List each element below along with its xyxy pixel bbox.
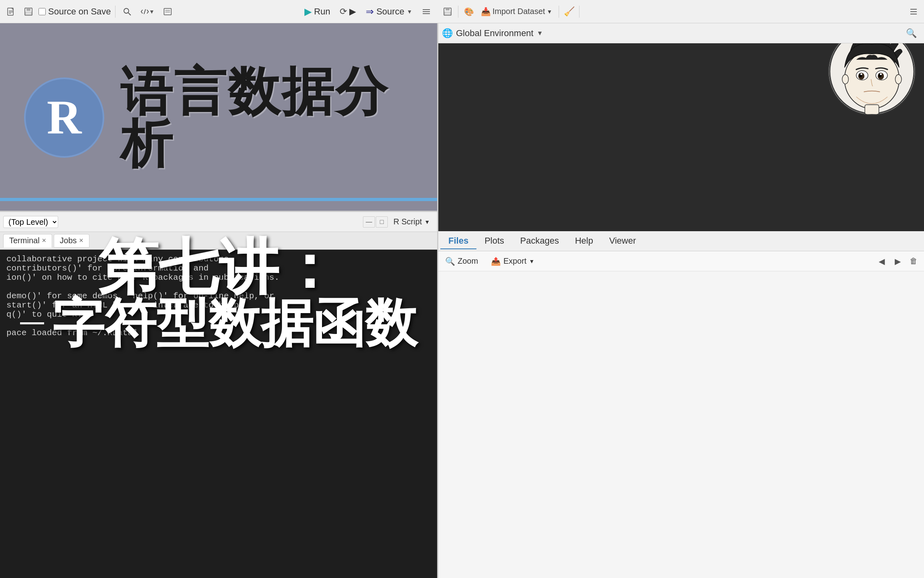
svg-rect-10	[164, 8, 171, 15]
import-dataset-button[interactable]: 📥 Import Dataset ▼	[478, 5, 555, 18]
console-line-8	[6, 319, 431, 328]
packages-tab[interactable]: Packages	[512, 233, 567, 249]
run-button[interactable]: ▶ Run	[301, 5, 333, 18]
right-save-button[interactable]	[440, 4, 455, 19]
console-output: collaborative project with many contribu…	[0, 250, 437, 578]
code-tools-button[interactable]: ▼	[137, 5, 158, 18]
zoom-button[interactable]: 🔍 Zoom	[440, 254, 483, 268]
options-button[interactable]	[419, 5, 434, 18]
env-header: 🌐 Global Environment ▼ 🔍	[437, 23, 924, 43]
minimize-console-button[interactable]: —	[363, 216, 375, 228]
source-on-save-checkbox[interactable]	[38, 8, 46, 15]
terminal-tab[interactable]: Terminal ×	[3, 234, 52, 248]
source-button[interactable]: ⇒ Source ▼	[363, 5, 415, 18]
prev-plot-button[interactable]: ◀	[874, 254, 889, 269]
console-line-2: contributors()' for more information and	[6, 264, 431, 273]
files-tab[interactable]: Files	[440, 233, 476, 249]
list-view-button[interactable]	[906, 4, 921, 19]
source-icon: ⇒	[366, 6, 374, 17]
svg-rect-17	[446, 8, 450, 10]
svg-point-33	[895, 75, 902, 84]
svg-rect-6	[26, 12, 31, 15]
r-script-button[interactable]: R Script ▼	[389, 216, 434, 228]
svg-rect-18	[445, 12, 450, 15]
svg-line-9	[144, 9, 146, 14]
terminal-tabs: Terminal × Jobs ×	[0, 232, 437, 250]
panel-divider	[437, 23, 438, 578]
r-logo: R	[24, 77, 104, 158]
svg-point-30	[860, 73, 862, 75]
export-dropdown-icon: ▼	[529, 258, 535, 265]
import-icon: 📥	[481, 7, 491, 16]
right-panel-toolbar: 🎨 📥 Import Dataset ▼ 🧹	[437, 0, 924, 23]
maximize-console-button[interactable]: □	[376, 216, 388, 228]
viewer-tab[interactable]: Viewer	[601, 233, 644, 249]
pane-divider	[0, 211, 437, 212]
console-line-7: q()' to quit R.	[6, 310, 431, 319]
console-line-4	[6, 282, 431, 291]
console-line-6: start()' for an HTML browser interface t…	[6, 301, 431, 310]
new-file-button[interactable]	[3, 5, 18, 18]
env-search-button[interactable]: 🔍	[903, 27, 919, 39]
rerun-arrow-icon: ▶	[349, 6, 356, 17]
right-sep2	[559, 6, 559, 18]
global-env-icon: 🌐	[442, 28, 453, 39]
export-button[interactable]: 📤 Export ▼	[486, 254, 539, 268]
global-env-label: Global Environment	[456, 28, 533, 39]
slide-title: 语言数据分析	[120, 65, 413, 170]
right-main-area	[437, 271, 924, 578]
files-toolbar: 🔍 Zoom 📤 Export ▼ ◀ ▶ 🗑	[437, 251, 924, 271]
outline-button[interactable]	[160, 5, 175, 18]
search-button[interactable]	[120, 5, 135, 18]
slide-divider	[0, 198, 437, 201]
console-line-9: pace loaded from ~/.RData]	[6, 328, 431, 338]
right-palette-button[interactable]: 🎨	[462, 4, 476, 19]
svg-line-8	[128, 13, 131, 15]
right-toolbar-sep	[458, 6, 458, 18]
save-button[interactable]	[21, 5, 36, 18]
svg-point-7	[124, 8, 129, 13]
plots-tab[interactable]: Plots	[476, 233, 512, 249]
console-toolbar: (Top Level) (Top Level) — □ R Script ▼	[0, 212, 437, 232]
re-run-button[interactable]: ⟳ ▶	[336, 5, 359, 18]
right-sep3	[579, 6, 580, 18]
jobs-tab[interactable]: Jobs ×	[54, 234, 89, 248]
close-jobs-icon[interactable]: ×	[79, 236, 83, 245]
delete-plot-button[interactable]: 🗑	[906, 254, 921, 269]
source-dropdown-icon: ▼	[407, 8, 412, 15]
console-expand-controls: — □	[363, 216, 388, 228]
close-terminal-icon[interactable]: ×	[42, 236, 47, 245]
source-on-save-label[interactable]: Source on Save	[38, 6, 111, 17]
run-arrow-icon: ▶	[304, 6, 312, 17]
svg-rect-34	[865, 105, 879, 114]
console-line-1: collaborative project with many contribu…	[6, 254, 431, 264]
r-script-dropdown-icon: ▼	[424, 219, 430, 225]
scope-select[interactable]: (Top Level)	[3, 216, 58, 228]
env-dropdown-icon[interactable]: ▼	[537, 30, 543, 37]
export-icon: 📤	[491, 256, 501, 266]
svg-point-32	[842, 75, 849, 84]
import-dropdown-icon: ▼	[547, 8, 552, 15]
toolbar-separator	[115, 6, 116, 18]
files-tabs: Files Plots Packages Help Viewer	[437, 231, 924, 251]
help-tab[interactable]: Help	[567, 233, 601, 249]
clear-env-button[interactable]: 🧹	[562, 5, 576, 18]
svg-rect-5	[26, 8, 30, 11]
zoom-icon: 🔍	[445, 256, 455, 266]
svg-point-31	[880, 73, 882, 75]
rerun-icon: ⟳	[340, 6, 347, 17]
next-plot-button[interactable]: ▶	[890, 254, 905, 269]
console-line-3: ion()' on how to cite R or R packages in…	[6, 273, 431, 282]
slide-area: R 语言数据分析	[0, 23, 437, 212]
console-line-5: demo()' for some demos, 'help()' for on-…	[6, 291, 431, 301]
